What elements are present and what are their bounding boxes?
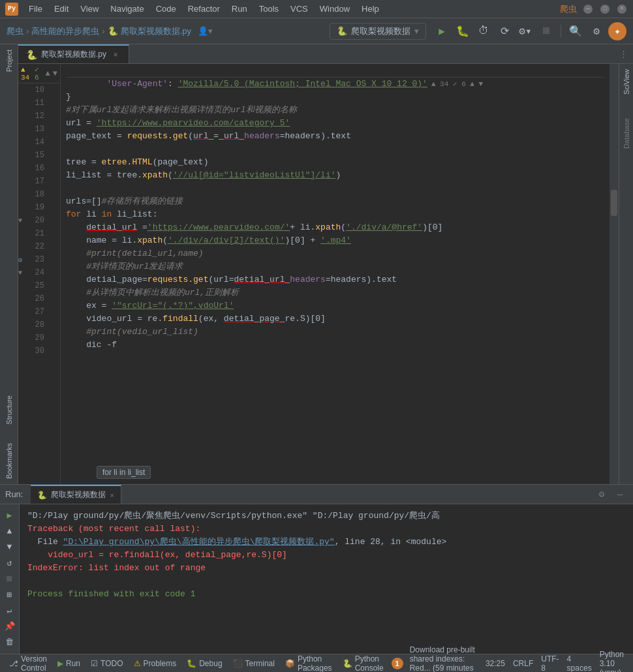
coverage-button[interactable]: ⏱ [474, 22, 493, 40]
code-area: ▲ 34 ✓ 6 ▲ ▼ 10 11 [18, 64, 633, 484]
search-button[interactable]: 🔍 [566, 22, 585, 40]
profile-button[interactable]: ⟳ [495, 22, 514, 40]
run-scroll-up-button[interactable]: ▲ [3, 525, 17, 537]
breadcrumb-root[interactable]: 爬虫 [7, 25, 23, 37]
debug-button[interactable]: 🐛 [454, 22, 472, 40]
ln-19: 19 [18, 201, 60, 214]
plugins-button[interactable]: ✦ [608, 22, 626, 40]
code-line-24: #对详情页的url发起请求 [66, 260, 604, 273]
output-line-error: IndexError: list index out of range [27, 562, 625, 575]
run-wrap-button[interactable]: ↵ [3, 605, 17, 617]
status-message: Download pre-built shared indexes: Red..… [410, 645, 478, 673]
run-tab-close-button[interactable]: × [110, 491, 114, 499]
run-controls: ▶ ▲ ▼ ↺ ⏹ ⊞ ↵ 📌 🗑 "D:/Play ground/py/爬虫/… [0, 504, 633, 654]
status-run[interactable]: ▶ Run [54, 654, 84, 672]
run-settings-button[interactable]: ⚙ [594, 487, 610, 502]
toolbar-right: ▶ 🐛 ⏱ ⟳ ⚙▾ ⏹ 🔍 ⚙ ✦ [433, 22, 626, 40]
run-tab-main[interactable]: 🐍 爬取梨视频数据 × [31, 485, 121, 504]
run-config-arrow-icon: ▾ [414, 26, 419, 36]
status-msg[interactable]: Download pre-built shared indexes: Red..… [406, 645, 482, 673]
status-line-ending[interactable]: CRLF [509, 659, 537, 668]
run-pin-button[interactable]: 📌 [3, 620, 17, 632]
run-minimize-button[interactable]: — [612, 487, 628, 502]
todo-icon: ☑ [91, 659, 98, 668]
menu-tools[interactable]: Tools [254, 3, 284, 15]
run-filter-button[interactable]: ⊞ [3, 589, 17, 601]
menu-code[interactable]: Code [151, 3, 181, 15]
breadcrumb-file[interactable]: 🐍 爬取梨视频数据.py [108, 25, 191, 37]
ln-14: 14 [18, 136, 60, 149]
sidebar-bookmarks-label[interactable]: Bookmarks [5, 440, 13, 481]
database-label[interactable]: Database [623, 115, 630, 151]
run-play-button[interactable]: ▶ [3, 510, 17, 521]
ln-25: 25 [18, 279, 60, 292]
bug-menu[interactable]: 爬虫 [560, 3, 577, 15]
nav-up-button[interactable]: ▲ [46, 69, 50, 78]
status-terminal[interactable]: ⬛ Terminal [229, 654, 279, 672]
status-todo[interactable]: ☑ TODO [87, 654, 127, 672]
run-scroll-down-button[interactable]: ▼ [3, 542, 17, 553]
file-tabs-bar: 🐍 爬取梨视频数据.py × ⋮ [18, 44, 633, 64]
settings-button[interactable]: ⚙ [587, 22, 606, 40]
fold-24-icon[interactable]: ▼ [18, 269, 23, 277]
menu-navigate[interactable]: Navigate [105, 3, 149, 15]
output-line-file: File "D:\Play_ground\py\爬虫\高性能的异步爬虫\爬取梨视… [27, 536, 625, 549]
menu-vcs[interactable]: VCS [285, 3, 313, 15]
status-debug[interactable]: 🐛 Debug [183, 654, 226, 672]
toolbar-sep [561, 25, 561, 38]
more-run-button[interactable]: ⚙▾ [516, 22, 534, 40]
menu-run[interactable]: Run [226, 3, 253, 15]
menu-file[interactable]: File [23, 3, 48, 15]
editor-scrollbar[interactable] [610, 64, 619, 484]
tab-more-button[interactable]: ⋮ [614, 49, 633, 59]
menu-help[interactable]: Help [356, 3, 384, 15]
notification-badge[interactable]: 1 [392, 658, 403, 669]
ln-27: 27 [18, 305, 60, 318]
file-tab-main[interactable]: 🐍 爬取梨视频数据.py × [18, 44, 129, 63]
status-indent[interactable]: 4 spaces [563, 654, 596, 673]
output-file-link[interactable]: "D:\Play_ground\py\爬虫\高性能的异步爬虫\爬取梨视频数据.p… [63, 537, 335, 547]
stop-button[interactable]: ⏹ [537, 22, 555, 40]
menu-edit[interactable]: Edit [49, 3, 74, 15]
code-indicators: ▲ 34 ✓ 6 ▲ ▼ [18, 64, 60, 84]
status-vcs[interactable]: ⎇ Version Control [5, 654, 51, 672]
right-sidebar: SciView Database [619, 64, 633, 484]
file-tab-py-icon: 🐍 [26, 50, 37, 60]
status-python-console[interactable]: 🐍 Python Console [339, 654, 388, 672]
code-line-29: #print(vedio_url_list) [66, 326, 604, 339]
status-position[interactable]: 32:25 [482, 659, 509, 668]
scrollbar-thumb[interactable] [611, 190, 617, 216]
vcs-icon: ⎇ [9, 659, 18, 668]
maximize-button[interactable]: □ [600, 5, 610, 14]
minimize-button[interactable]: — [583, 5, 593, 14]
run-rerun-button[interactable]: ↺ [3, 557, 17, 569]
menu-window[interactable]: Window [315, 3, 355, 15]
ln-13: 13 [18, 123, 60, 136]
run-stop-button[interactable]: ⏹ [3, 573, 17, 585]
status-python-packages[interactable]: 📦 Python Packages [281, 654, 336, 672]
menu-refactor[interactable]: Refactor [183, 3, 225, 15]
run-config-selector[interactable]: 🐍 爬取梨视频数据 ▾ [330, 23, 426, 40]
status-encoding[interactable]: UTF-8 [537, 654, 563, 673]
nav-down-button[interactable]: ▼ [53, 69, 57, 78]
menu-view[interactable]: View [75, 3, 104, 15]
sciview-label[interactable]: SciView [623, 67, 630, 97]
breadcrumb-user-icon[interactable]: 👤▾ [198, 26, 213, 36]
close-button[interactable]: × [617, 5, 626, 14]
breadcrumb-folder[interactable]: 高性能的异步爬虫 [31, 25, 99, 37]
run-button[interactable]: ▶ [433, 22, 451, 40]
code-line-14: page_text = requests.get(url_=_url_heade… [66, 130, 604, 143]
run-status-label: Run [66, 659, 80, 668]
file-tab-close-button[interactable]: × [110, 50, 121, 60]
ln-16-num: 16 [23, 164, 44, 173]
ln-23: ⊙ 23 [18, 253, 60, 266]
status-problems[interactable]: ⚠ Problems [130, 654, 181, 672]
sidebar-project-label[interactable]: Project [5, 47, 13, 74]
sidebar-structure-label[interactable]: Structure [5, 393, 13, 427]
status-python-version[interactable]: Python 3.10 (venv) [596, 650, 628, 673]
code-line-15 [66, 143, 604, 156]
app-logo: Py [5, 3, 18, 16]
run-trash-button[interactable]: 🗑 [3, 637, 17, 649]
debug-label: Debug [199, 659, 222, 668]
fold-20-icon[interactable]: ▼ [18, 217, 23, 224]
